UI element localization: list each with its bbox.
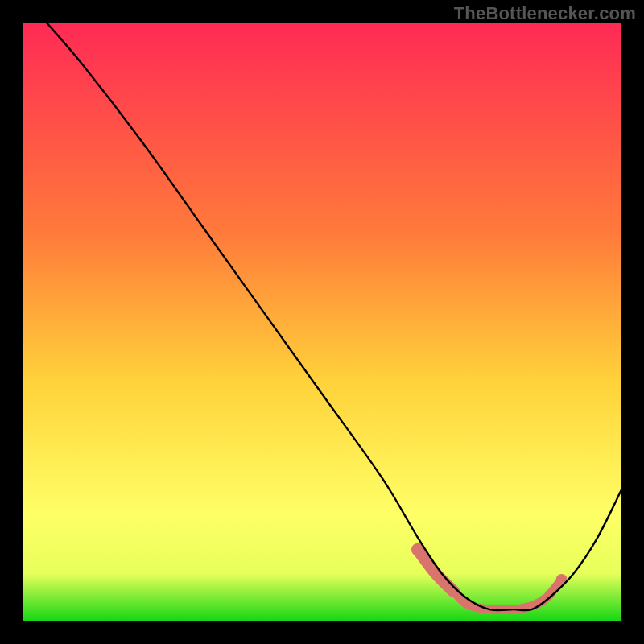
chart-frame: TheBottlenecker.com xyxy=(0,0,644,644)
watermark-label: TheBottlenecker.com xyxy=(454,3,636,24)
gradient-background xyxy=(23,23,621,621)
chart-svg xyxy=(23,23,621,621)
plot-area xyxy=(23,23,621,621)
